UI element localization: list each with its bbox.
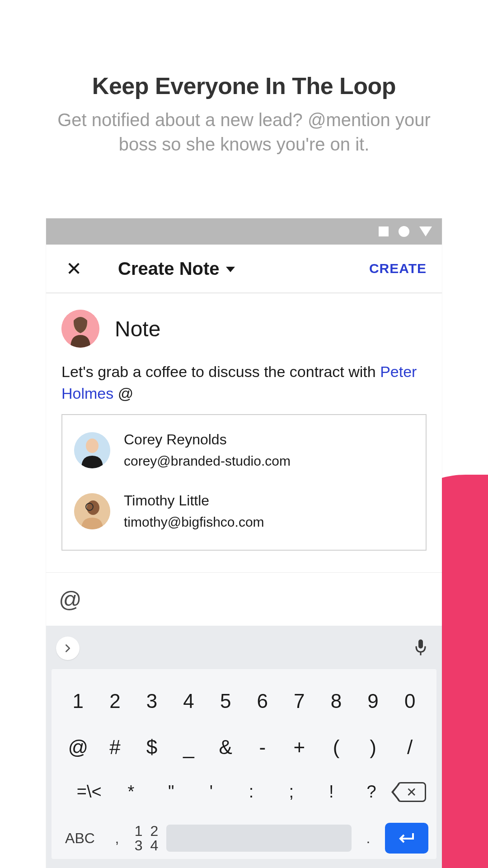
mention-input-value: @ — [59, 586, 82, 613]
key-minus[interactable]: - — [244, 736, 281, 759]
keyboard-keys: 1 2 3 4 5 6 7 8 9 0 @ # $ _ & - + ( ) — [52, 669, 436, 859]
mention-input-bar[interactable]: @ — [46, 572, 442, 626]
suggestion-info: Corey Reynolds corey@branded-studio.com — [124, 431, 291, 469]
note-type-label: Note — [115, 316, 160, 341]
microphone-icon — [414, 638, 427, 656]
numpad-top: 1 2 — [134, 824, 161, 838]
suggestion-item[interactable]: Corey Reynolds corey@branded-studio.com — [74, 424, 414, 476]
suggestion-avatar — [74, 493, 110, 529]
key-hash[interactable]: # — [97, 736, 134, 759]
status-circle-icon — [399, 226, 409, 237]
key-3[interactable]: 3 — [133, 690, 170, 712]
key-1[interactable]: 1 — [60, 690, 97, 712]
key-lparen[interactable]: ( — [318, 736, 355, 759]
key-dollar[interactable]: $ — [133, 736, 170, 759]
key-rparen[interactable]: ) — [355, 736, 392, 759]
backspace-icon: ✕ — [397, 782, 426, 802]
marketing-header: Keep Everyone In The Loop Get notified a… — [0, 0, 488, 156]
enter-icon — [398, 831, 416, 845]
app-header: ✕ Create Note CREATE — [46, 245, 442, 293]
key-mode-switch[interactable]: =\< — [69, 782, 110, 802]
key-5[interactable]: 5 — [207, 690, 244, 712]
note-body[interactable]: Let's grab a coffee to discuss the contr… — [61, 361, 427, 404]
key-space[interactable] — [166, 825, 352, 852]
key-asterisk[interactable]: * — [113, 782, 150, 802]
key-6[interactable]: 6 — [244, 690, 281, 712]
keyboard-row-1: 1 2 3 4 5 6 7 8 9 0 — [55, 678, 433, 724]
soft-keyboard: 1 2 3 4 5 6 7 8 9 0 @ # $ _ & - + ( ) — [46, 626, 442, 868]
mention-suggestions: Corey Reynolds corey@branded-studio.com … — [61, 414, 427, 551]
keyboard-row-4: ABC , 1 2 3 4 . — [55, 814, 433, 855]
marketing-title: Keep Everyone In The Loop — [36, 72, 452, 99]
key-semicolon[interactable]: ; — [272, 782, 310, 802]
note-text-suffix: @ — [113, 385, 133, 402]
device-frame: ✕ Create Note CREATE Note Let's grab a c… — [46, 218, 442, 868]
status-triangle-icon — [419, 226, 432, 236]
android-status-bar — [46, 218, 442, 245]
suggestion-name: Corey Reynolds — [124, 431, 291, 448]
chevron-right-icon — [63, 643, 73, 653]
key-7[interactable]: 7 — [281, 690, 318, 712]
suggestion-email: corey@branded-studio.com — [124, 453, 291, 469]
keyboard-row-3: =\< * " ' : ; ! ? ✕ — [55, 770, 433, 814]
key-4[interactable]: 4 — [170, 690, 207, 712]
key-plus[interactable]: + — [281, 736, 318, 759]
keyboard-row-2: @ # $ _ & - + ( ) / — [55, 724, 433, 770]
create-button[interactable]: CREATE — [369, 261, 427, 276]
key-8[interactable]: 8 — [318, 690, 355, 712]
suggestion-name: Timothy Little — [124, 492, 264, 509]
note-header-row: Note — [61, 310, 427, 348]
status-square-icon — [379, 226, 389, 236]
key-slash[interactable]: / — [391, 736, 428, 759]
close-icon[interactable]: ✕ — [61, 253, 86, 284]
key-0[interactable]: 0 — [391, 690, 428, 712]
key-comma[interactable]: , — [106, 830, 128, 847]
key-backspace[interactable]: ✕ — [393, 782, 430, 802]
key-exclaim[interactable]: ! — [313, 782, 350, 802]
note-text-prefix: Let's grab a coffee to discuss the contr… — [61, 363, 380, 380]
key-abc[interactable]: ABC — [60, 830, 100, 847]
key-squote[interactable]: ' — [192, 782, 230, 802]
note-editor: Note Let's grab a coffee to discuss the … — [46, 293, 442, 551]
suggestion-info: Timothy Little timothy@bigfishco.com — [124, 492, 264, 530]
key-underscore[interactable]: _ — [170, 736, 207, 759]
numpad-bot: 3 4 — [134, 838, 161, 853]
chevron-down-icon — [226, 267, 235, 272]
key-ampersand[interactable]: & — [207, 736, 244, 759]
suggestion-avatar — [74, 432, 110, 468]
voice-input-button[interactable] — [409, 634, 432, 663]
key-9[interactable]: 9 — [355, 690, 392, 712]
key-2[interactable]: 2 — [97, 690, 134, 712]
note-type-dropdown[interactable]: Create Note — [118, 259, 235, 279]
keyboard-expand-button[interactable] — [56, 637, 80, 660]
key-numpad[interactable]: 1 2 3 4 — [134, 824, 161, 853]
suggestion-item[interactable]: Timothy Little timothy@bigfishco.com — [74, 485, 414, 537]
key-enter[interactable] — [385, 823, 428, 854]
suggestion-email: timothy@bigfishco.com — [124, 514, 264, 530]
key-dquote[interactable]: " — [152, 782, 190, 802]
key-colon[interactable]: : — [233, 782, 270, 802]
key-period[interactable]: . — [357, 830, 380, 847]
svg-rect-7 — [418, 640, 423, 649]
key-question[interactable]: ? — [353, 782, 390, 802]
author-avatar — [61, 310, 99, 348]
header-title: Create Note — [118, 259, 220, 279]
marketing-subtitle: Get notified about a new lead? @mention … — [36, 108, 452, 156]
keyboard-toolbar — [52, 632, 436, 669]
key-at[interactable]: @ — [60, 736, 97, 759]
svg-point-3 — [86, 439, 99, 453]
